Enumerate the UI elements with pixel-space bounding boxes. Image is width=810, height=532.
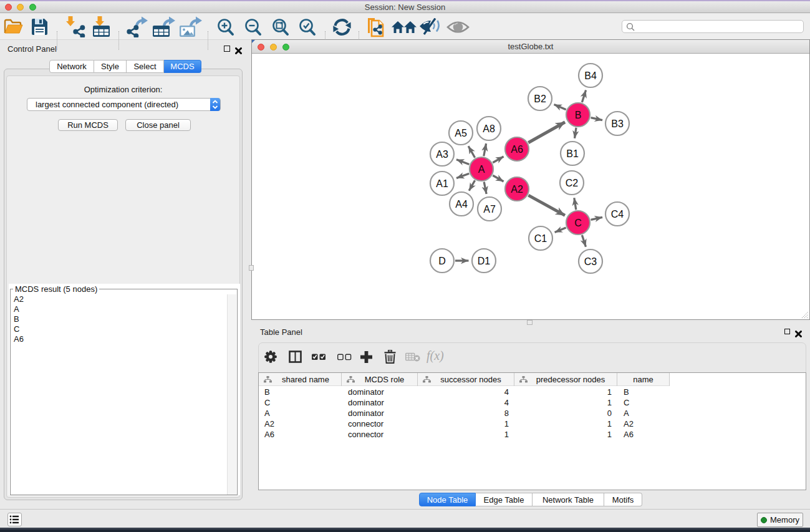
svg-text:C4: C4: [611, 209, 624, 220]
svg-text:B1: B1: [566, 148, 579, 159]
svg-text:A5: A5: [455, 128, 467, 138]
svg-text:B: B: [575, 110, 582, 120]
svg-text:A4: A4: [455, 199, 468, 210]
svg-text:C2: C2: [566, 178, 579, 188]
svg-text:B2: B2: [534, 94, 546, 104]
svg-text:A: A: [478, 164, 485, 175]
svg-text:B4: B4: [584, 70, 597, 81]
svg-text:A7: A7: [483, 204, 496, 215]
svg-text:D1: D1: [478, 256, 491, 266]
svg-text:A1: A1: [436, 178, 448, 189]
svg-text:C: C: [574, 218, 582, 228]
svg-text:A8: A8: [483, 123, 495, 134]
svg-text:A3: A3: [436, 149, 448, 160]
svg-text:A6: A6: [511, 144, 523, 155]
svg-text:D: D: [438, 256, 446, 266]
svg-text:B3: B3: [611, 118, 624, 129]
svg-text:C1: C1: [534, 233, 547, 244]
svg-text:C3: C3: [584, 256, 597, 267]
svg-text:A2: A2: [511, 184, 523, 195]
